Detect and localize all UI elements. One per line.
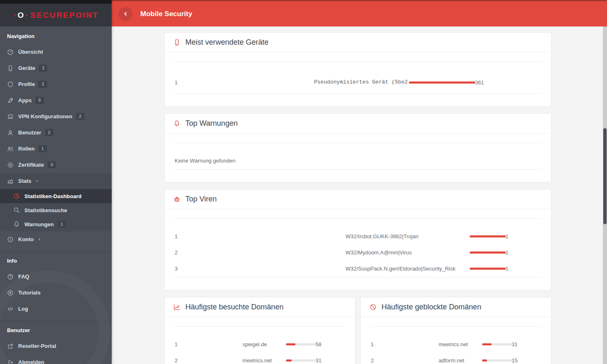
- virus-name-cell: W32/SuspPack.N.gen!Eldorado|Security_Ris…: [345, 261, 470, 278]
- position-cell: 2: [371, 353, 439, 364]
- sidebar-item-tutorials[interactable]: Tutorials: [0, 285, 112, 301]
- requests-cell: 15: [512, 353, 542, 364]
- certificate-icon: [7, 162, 14, 168]
- sidebar-item-apps[interactable]: Apps 9: [0, 92, 112, 108]
- sidebar-item-label: Geräte: [18, 65, 35, 71]
- logout-icon: [7, 359, 14, 364]
- count-badge: 2: [45, 129, 53, 136]
- user-icon: [7, 129, 14, 136]
- sidebar-item-warnungen[interactable]: Warnungen 1: [0, 217, 112, 231]
- column-header-position: [175, 62, 314, 72]
- card-title: Häufigste geblockte Domänen: [381, 303, 481, 311]
- column-header-anfragen: [475, 62, 541, 72]
- position-cell: 1: [175, 229, 345, 245]
- column-header-position: [175, 143, 315, 153]
- question-circle-icon: [7, 273, 14, 280]
- sidebar-item-label: Statistiken-Dashboard: [24, 193, 82, 199]
- sidebar-item-label: Tutorials: [18, 290, 41, 296]
- column-header-anfragen: [506, 219, 542, 229]
- securepoint-logo[interactable]: ·O·SECUREPOINT: [13, 11, 99, 20]
- search-icon: [13, 207, 20, 213]
- sidebar-nav: Navigation Übersicht Geräte 3 Profile 3: [0, 26, 112, 364]
- logo-dot: ·: [14, 11, 17, 19]
- requests-cell: 361: [475, 72, 541, 94]
- sidebar-item-faq[interactable]: FAQ: [0, 268, 112, 285]
- scrollbar-track[interactable]: [603, 26, 607, 364]
- sidebar-item-konto[interactable]: Konto: [0, 231, 112, 247]
- empty-message: Keine Warnung gefunden: [175, 153, 541, 170]
- percent-bar: [470, 251, 506, 254]
- position-cell: 2: [175, 353, 242, 364]
- table-row-adform-net: 2 adform.net 15: [371, 353, 541, 364]
- device-cell: Pseudonymisiertes Gerät (5be2): [314, 72, 409, 94]
- virus-name-cell: W32/Mydoom.A@mm|Virus: [345, 245, 470, 261]
- pie-chart-icon: [13, 193, 20, 199]
- sidebar-item-rollen[interactable]: Rollen 1: [0, 141, 112, 157]
- sidebar-item-statistikensuche[interactable]: Statistikensuche: [0, 203, 112, 217]
- column-header-warnung: [315, 143, 440, 153]
- sidebar-item-profile[interactable]: Profile 3: [0, 76, 112, 92]
- domain-cell: meetrics.net: [439, 337, 482, 353]
- count-badge: 1: [38, 145, 47, 152]
- bell-icon: [13, 221, 20, 228]
- column-header-anlass: [345, 219, 470, 229]
- count-badge: 2: [76, 113, 84, 120]
- position-cell: 1: [371, 337, 439, 353]
- mobile-icon: [173, 39, 180, 46]
- column-header-position: [371, 327, 439, 337]
- logo-wordmark: SECUREPOINT: [31, 11, 99, 19]
- card-visited-domains: Häufigste besuchte Domänen 1: [164, 297, 355, 364]
- column-header-anfragen: [316, 327, 345, 337]
- domain-cell: meetrics.net: [242, 353, 286, 364]
- sidebar-item-label: Benutzer: [18, 129, 41, 136]
- table-row-w32-mydoom-a-mm-virus: 2 W32/Mydoom.A@mm|Virus 1: [175, 245, 541, 261]
- user-list: Reseller-Portal Abmelden: [0, 338, 112, 364]
- position-cell: 1: [175, 337, 242, 353]
- percent-bar: [409, 81, 475, 84]
- info-section-heading: Info: [0, 252, 112, 268]
- app-header: Mobile Security: [112, 0, 607, 26]
- position-cell: 2: [175, 245, 345, 261]
- sidebar-item-abmelden[interactable]: Abmelden: [0, 354, 112, 364]
- sidebar-item-label: Rollen: [18, 146, 35, 152]
- sidebar-item-stats[interactable]: Stats: [0, 173, 112, 189]
- requests-cell: 1: [506, 229, 542, 245]
- column-header-domaene: [242, 327, 286, 337]
- rocket-icon: [7, 97, 14, 104]
- main-content: Meist verwendete Geräte 1 Pseudonymisier…: [112, 26, 607, 364]
- sidebar-item-statistiken-dashboard[interactable]: Statistiken-Dashboard: [0, 189, 112, 203]
- card-title: Top Warnungen: [185, 119, 238, 128]
- sidebar-item-zertifikate[interactable]: Zertifikate 0: [0, 157, 112, 173]
- chevron-left-icon: [122, 11, 129, 17]
- sidebar-item-vpn-konfigurationen[interactable]: VPN Konfigurationen 2: [0, 108, 112, 125]
- sidebar-item-benutzer[interactable]: Benutzer 2: [0, 125, 112, 141]
- sidebar-item-label: Abmelden: [18, 359, 44, 364]
- percent-bar: [470, 235, 506, 237]
- sidebar-item-label: Konto: [18, 236, 34, 242]
- card-title: Meist verwendete Geräte: [185, 38, 269, 47]
- virus-name-cell: W32/Ircbot.GUKK-3982|Trojan: [345, 229, 470, 245]
- warnings-table: Keine Warnung gefunden: [175, 143, 541, 170]
- user-section-heading: Benutzer: [0, 321, 112, 338]
- users-icon: [7, 146, 14, 152]
- blocked-domains-table: 1 meetrics.net 31 2 adform.net 15: [371, 326, 541, 364]
- mobile-icon: [7, 65, 14, 72]
- card-top-warnings: Top Warnungen Keine Warnung gefunden: [164, 113, 552, 182]
- nav-section-heading: Navigation: [0, 27, 112, 44]
- percent-bar: [286, 343, 316, 345]
- sidebar-item-reseller-portal[interactable]: Reseller-Portal: [0, 338, 112, 354]
- table-row-meetrics-net: 2 meetrics.net 31: [175, 353, 345, 364]
- column-header-position: [175, 219, 345, 229]
- sidebar-item-geraete[interactable]: Geräte 3: [0, 60, 112, 76]
- percent-bar: [470, 268, 506, 270]
- requests-cell: 58: [316, 337, 345, 353]
- sidebar-item-uebersicht[interactable]: Übersicht: [0, 44, 112, 60]
- table-row-meetrics-net: 1 meetrics.net 31: [371, 337, 541, 353]
- column-header-warnungen-gesamt: [486, 143, 514, 153]
- column-header-prozent: [409, 62, 475, 72]
- domain-cell: spiegel.de: [242, 337, 286, 353]
- back-button[interactable]: [118, 7, 132, 21]
- sidebar-item-label: Übersicht: [18, 49, 43, 55]
- sidebar-item-log[interactable]: Log: [0, 301, 112, 317]
- scrollbar-thumb[interactable]: [603, 128, 607, 224]
